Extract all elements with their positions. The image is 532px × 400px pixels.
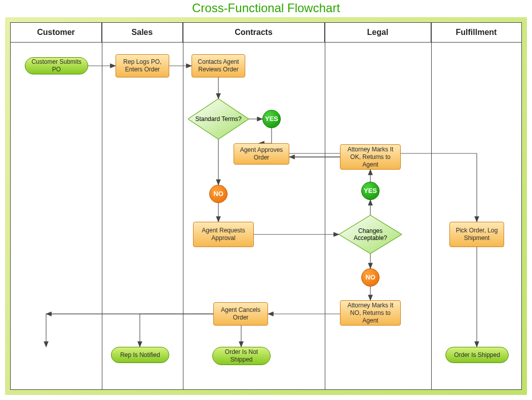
connector-yes-2: YES — [361, 182, 379, 200]
process-agent-approves: Agent Approves Order — [234, 143, 289, 165]
flowchart-frame: Cross-Functional Flowchart Customer Sale… — [0, 0, 532, 400]
lane-header-fulfillment: Fulfillment — [431, 23, 521, 42]
lane-header-legal: Legal — [325, 23, 431, 42]
connectors-layer — [11, 23, 522, 390]
decision-changes-acceptable: Changes Acceptable? — [339, 215, 402, 254]
decision-changes-acceptable-label: Changes Acceptable? — [339, 215, 402, 254]
diagram-title: Cross-Functional Flowchart — [0, 1, 532, 15]
lane-header-customer: Customer — [11, 23, 102, 42]
process-attorney-ok: Attorney Marks It OK, Returns to Agent — [340, 144, 401, 170]
lane-header-sales: Sales — [102, 23, 183, 42]
process-attorney-no: Attorney Marks It NO, Returns to Agent — [340, 300, 401, 326]
lane-header-contracts: Contracts — [183, 23, 325, 42]
process-agent-cancels: Agent Cancels Order — [213, 302, 268, 326]
lane-divider-4 — [431, 23, 432, 389]
lane-divider-3 — [325, 23, 325, 389]
process-rep-logs-po: Rep Logs PO, Enters Order — [116, 54, 169, 77]
connector-yes-1: YES — [262, 110, 281, 128]
decision-standard-terms: Standard Terms? — [188, 99, 249, 139]
terminator-order-not-shipped: Order Is Not Shipped — [212, 347, 271, 365]
process-pick-order: Pick Order, Log Shipment — [449, 222, 504, 247]
connector-no-1: NO — [209, 185, 227, 203]
header-separator — [11, 42, 521, 43]
terminator-rep-notified: Rep Is Notified — [111, 347, 169, 363]
terminator-order-shipped: Order Is Shipped — [445, 347, 509, 363]
connector-no-2: NO — [361, 268, 379, 287]
process-agent-requests-approval: Agent Requests Approval — [193, 222, 254, 247]
lane-divider-1 — [102, 23, 102, 389]
process-contacts-agent-reviews: Contacts Agent Reviews Order — [192, 54, 245, 77]
swimlane-pool: Customer Sales Contracts Legal Fulfillme… — [10, 22, 522, 390]
lane-divider-2 — [183, 23, 183, 389]
decision-standard-terms-label: Standard Terms? — [188, 99, 249, 139]
terminator-customer-submits-po: Customer Submits PO — [25, 57, 88, 74]
